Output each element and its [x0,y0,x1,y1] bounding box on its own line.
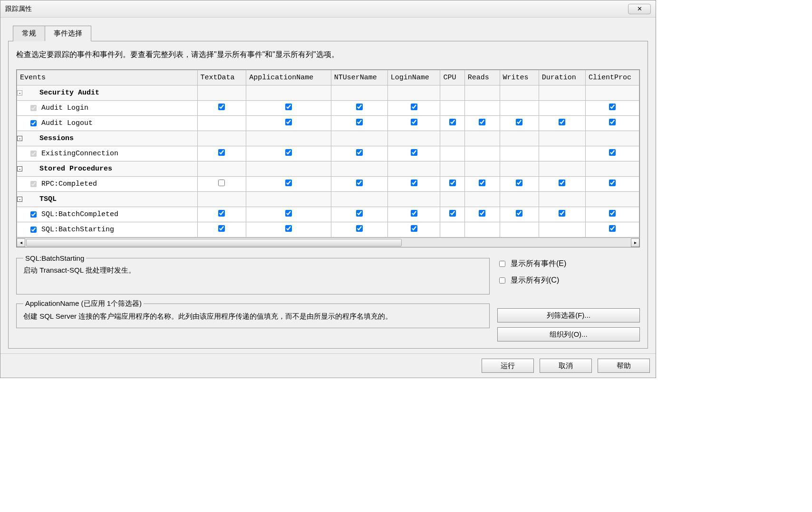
cell-duration[interactable] [539,177,585,192]
cell-login[interactable] [387,207,440,222]
cell-client[interactable] [586,177,639,192]
cell-ntuser[interactable] [331,207,387,222]
col-header-writes[interactable]: Writes [500,70,539,85]
cell-checkbox[interactable] [609,149,616,156]
cell-checkbox[interactable] [609,180,616,186]
cell-checkbox[interactable] [516,180,522,186]
cell-login[interactable] [387,146,440,161]
group-cell[interactable]: -TSQL [17,192,198,207]
show-all-columns-checkbox[interactable] [499,277,505,284]
col-header-duration[interactable]: Duration [539,70,585,85]
cell-appname[interactable] [246,222,331,237]
scroll-thumb[interactable] [26,239,402,247]
group-cell[interactable]: -Sessions [17,131,198,146]
cell-cpu[interactable] [440,146,464,161]
cell-checkbox[interactable] [411,104,417,110]
cell-ntuser[interactable] [331,146,387,161]
cell-checkbox[interactable] [449,210,456,217]
cell-checkbox[interactable] [479,119,485,125]
cell-checkbox[interactable] [411,180,417,186]
collapse-icon[interactable]: - [17,136,22,141]
cell-checkbox[interactable] [285,225,292,232]
close-button[interactable]: ✕ [628,4,651,14]
cell-appname[interactable] [246,101,331,116]
event-cell[interactable]: SQL:BatchCompleted [17,207,198,222]
collapse-icon[interactable]: - [17,166,22,171]
cell-client[interactable] [586,101,639,116]
group-cell[interactable]: -Security Audit [17,85,198,101]
collapse-icon[interactable]: - [17,197,22,202]
event-enable-checkbox[interactable] [30,227,37,233]
cell-writes[interactable] [500,101,539,116]
col-header-client[interactable]: ClientProc [586,70,639,85]
cell-checkbox[interactable] [479,180,485,186]
cell-reads[interactable] [464,116,500,131]
cell-ntuser[interactable] [331,101,387,116]
cell-textdata[interactable] [197,101,246,116]
event-enable-checkbox[interactable] [30,151,37,157]
cell-checkbox[interactable] [356,119,363,125]
cell-checkbox[interactable] [609,225,616,232]
group-cell[interactable]: -Stored Procedures [17,161,198,177]
cell-duration[interactable] [539,207,585,222]
col-header-textdata[interactable]: TextData [197,70,246,85]
event-enable-checkbox[interactable] [30,181,37,187]
event-cell[interactable]: RPC:Completed [17,177,198,192]
cell-textdata[interactable] [197,116,246,131]
cell-checkbox[interactable] [356,180,363,186]
event-cell[interactable]: ExistingConnection [17,146,198,161]
cell-textdata[interactable] [197,222,246,237]
col-header-reads[interactable]: Reads [464,70,500,85]
tab-general[interactable]: 常规 [13,26,45,41]
event-cell[interactable]: Audit Login [17,101,198,116]
organize-columns-button[interactable]: 组织列(O)... [497,327,640,341]
cell-cpu[interactable] [440,116,464,131]
cell-client[interactable] [586,222,639,237]
cell-writes[interactable] [500,222,539,237]
cell-checkbox[interactable] [285,180,292,186]
cell-client[interactable] [586,146,639,161]
cell-checkbox[interactable] [411,210,417,217]
cell-duration[interactable] [539,146,585,161]
cell-checkbox[interactable] [285,104,292,110]
cell-reads[interactable] [464,101,500,116]
cell-checkbox[interactable] [449,119,456,125]
col-header-ntuser[interactable]: NTUserName [331,70,387,85]
event-cell[interactable]: Audit Logout [17,116,198,131]
cell-checkbox[interactable] [218,180,225,186]
col-header-login[interactable]: LoginName [387,70,440,85]
event-enable-checkbox[interactable] [30,120,37,126]
tab-events-selection[interactable]: 事件选择 [45,26,91,41]
cell-checkbox[interactable] [411,119,417,125]
cell-reads[interactable] [464,146,500,161]
run-button[interactable]: 运行 [482,359,534,373]
cell-ntuser[interactable] [331,116,387,131]
cell-appname[interactable] [246,207,331,222]
event-enable-checkbox[interactable] [30,105,37,111]
cell-checkbox[interactable] [218,104,225,110]
cell-cpu[interactable] [440,177,464,192]
cell-checkbox[interactable] [449,180,456,186]
cell-checkbox[interactable] [516,210,522,217]
cell-checkbox[interactable] [218,210,225,217]
cell-login[interactable] [387,222,440,237]
cell-checkbox[interactable] [479,210,485,217]
show-all-events-checkbox[interactable] [499,261,505,267]
cell-login[interactable] [387,101,440,116]
column-filters-button[interactable]: 列筛选器(F)... [497,308,640,322]
show-all-columns-option[interactable]: 显示所有列(C) [497,275,640,285]
cell-textdata[interactable] [197,146,246,161]
cell-checkbox[interactable] [609,119,616,125]
cell-checkbox[interactable] [356,210,363,217]
cell-appname[interactable] [246,116,331,131]
cell-writes[interactable] [500,116,539,131]
cell-checkbox[interactable] [356,149,363,156]
cell-checkbox[interactable] [559,180,565,186]
cell-checkbox[interactable] [356,225,363,232]
cell-textdata[interactable] [197,177,246,192]
cell-checkbox[interactable] [516,119,522,125]
show-all-events-option[interactable]: 显示所有事件(E) [497,259,640,269]
cell-writes[interactable] [500,146,539,161]
cell-reads[interactable] [464,177,500,192]
help-button[interactable]: 帮助 [598,359,650,373]
